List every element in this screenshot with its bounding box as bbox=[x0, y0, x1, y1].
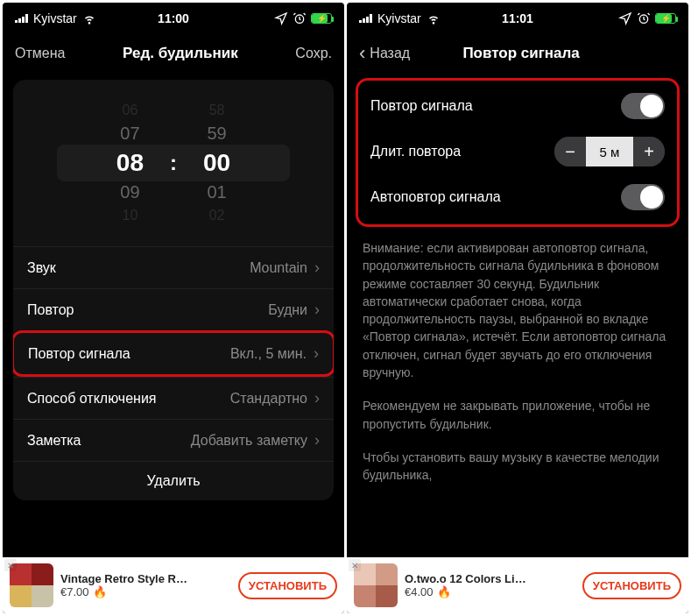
battery-icon: ⚡ bbox=[655, 13, 676, 24]
status-time: 11:01 bbox=[502, 11, 533, 25]
alarm-icon bbox=[293, 11, 307, 25]
ad-title: O.two.o 12 Colors Li… bbox=[405, 572, 536, 585]
setting-label: Автоповтор сигнала bbox=[370, 189, 501, 205]
setting-snooze: Повтор сигнала bbox=[365, 84, 670, 128]
ad-install-button[interactable]: УСТАНОВИТЬ bbox=[238, 572, 337, 599]
row-sound[interactable]: Звук Mountain› bbox=[13, 246, 334, 288]
signal-icon bbox=[359, 14, 372, 23]
fire-icon: 🔥 bbox=[93, 585, 107, 598]
ad-title: Vintage Retro Style R… bbox=[60, 572, 192, 585]
alarm-icon bbox=[637, 11, 651, 25]
chevron-right-icon: › bbox=[314, 258, 320, 277]
wifi-icon bbox=[82, 11, 96, 25]
ad-install-button[interactable]: УСТАНОВИТЬ bbox=[582, 572, 681, 599]
phone-right: Kyivstar 11:01 ⚡ ‹ Назад Повтор сигнала … bbox=[347, 3, 688, 613]
row-label: Заметка bbox=[27, 433, 81, 449]
phone-left: Kyivstar 11:00 ⚡ Отмена Ред. будильник С… bbox=[3, 3, 344, 613]
chevron-right-icon: › bbox=[314, 301, 320, 319]
hour-column[interactable]: 06 07 08 09 10 bbox=[116, 103, 144, 223]
ad-close-icon[interactable]: ✕ bbox=[4, 559, 17, 571]
carrier-label: Kyivstar bbox=[377, 11, 421, 25]
snooze-toggle[interactable] bbox=[621, 93, 665, 119]
status-bar: Kyivstar 11:00 ⚡ bbox=[3, 3, 344, 34]
carrier-label: Kyivstar bbox=[33, 11, 77, 25]
row-repeat[interactable]: Повтор Будни› bbox=[13, 288, 334, 330]
stepper-value: 5 м bbox=[586, 137, 633, 166]
setting-label: Длит. повтора bbox=[370, 144, 461, 159]
row-label: Звук bbox=[27, 260, 56, 276]
location-icon bbox=[618, 11, 632, 25]
cancel-button[interactable]: Отмена bbox=[15, 46, 65, 61]
alarm-card: 06 07 08 09 10 : 58 59 00 01 02 Звук Mou… bbox=[13, 80, 334, 500]
nav-bar: ‹ Назад Повтор сигнала bbox=[347, 34, 688, 73]
ad-banner[interactable]: ✕ O.two.o 12 Colors Li… €4.00 🔥 УСТАНОВИ… bbox=[347, 557, 688, 613]
battery-icon: ⚡ bbox=[311, 13, 332, 24]
settings-highlight: Повтор сигнала Длит. повтора − 5 м + Авт… bbox=[356, 78, 680, 227]
ad-price: €7.00 bbox=[60, 585, 89, 598]
setting-duration: Длит. повтора − 5 м + bbox=[365, 128, 670, 175]
status-bar: Kyivstar 11:01 ⚡ bbox=[347, 3, 688, 34]
row-note[interactable]: Заметка Добавить заметку› bbox=[13, 419, 334, 461]
chevron-right-icon: › bbox=[314, 389, 320, 407]
minute-column[interactable]: 58 59 00 01 02 bbox=[203, 103, 230, 223]
setting-label: Повтор сигнала bbox=[370, 98, 473, 114]
save-button[interactable]: Сохр. bbox=[295, 46, 332, 61]
chevron-left-icon: ‹ bbox=[359, 42, 365, 65]
ad-banner[interactable]: ✕ Vintage Retro Style R… €7.00 🔥 УСТАНОВ… bbox=[3, 557, 344, 613]
time-colon: : bbox=[170, 151, 177, 175]
location-icon bbox=[274, 11, 288, 25]
chevron-right-icon: › bbox=[314, 344, 319, 363]
row-snooze[interactable]: Повтор сигнала Вкл., 5 мин.› bbox=[13, 330, 334, 377]
stepper-minus-button[interactable]: − bbox=[554, 137, 586, 166]
signal-icon bbox=[15, 14, 28, 23]
row-label: Способ отключения bbox=[27, 391, 157, 407]
delete-button[interactable]: Удалить bbox=[13, 461, 334, 500]
row-label: Повтор сигнала bbox=[28, 346, 130, 362]
row-label: Повтор bbox=[27, 302, 74, 318]
page-title: Повтор сигнала bbox=[462, 45, 579, 62]
wifi-icon bbox=[427, 11, 441, 25]
ad-price: €4.00 bbox=[405, 585, 434, 598]
chevron-right-icon: › bbox=[314, 431, 320, 450]
back-button[interactable]: ‹ Назад bbox=[359, 42, 410, 65]
setting-autorepeat: Автоповтор сигнала bbox=[365, 175, 670, 219]
time-picker[interactable]: 06 07 08 09 10 : 58 59 00 01 02 bbox=[13, 80, 334, 246]
page-title: Ред. будильник bbox=[123, 45, 238, 62]
nav-bar: Отмена Ред. будильник Сохр. bbox=[3, 34, 344, 73]
duration-stepper: − 5 м + bbox=[554, 137, 665, 166]
info-text: Внимание: если активирован автоповтор си… bbox=[347, 227, 688, 500]
ad-close-icon[interactable]: ✕ bbox=[349, 559, 361, 571]
fire-icon: 🔥 bbox=[437, 585, 451, 598]
status-time: 11:00 bbox=[158, 11, 189, 25]
row-dismiss[interactable]: Способ отключения Стандартно› bbox=[13, 377, 334, 419]
stepper-plus-button[interactable]: + bbox=[633, 137, 665, 166]
autorepeat-toggle[interactable] bbox=[621, 184, 665, 210]
